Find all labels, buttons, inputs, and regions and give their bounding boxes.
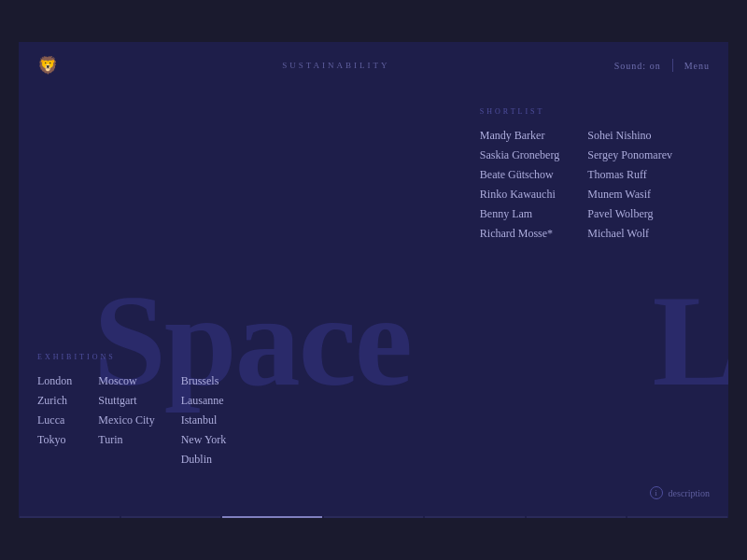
shortlist-item[interactable]: Mandy Barker — [480, 129, 559, 143]
exhibitions-col-1: London Zurich Lucca Tokyo — [37, 374, 72, 467]
progress-bar-1[interactable] — [20, 516, 120, 518]
menu-button[interactable]: Menu — [684, 61, 710, 71]
exhibitions-col-2: Moscow Stuttgart Mexico City Turin — [98, 374, 154, 467]
exhibitions-col-3: Brussels Lausanne Istanbul New York Dubl… — [181, 374, 227, 467]
shortlist-section: SHORTLIST Mandy Barker Saskia Groneberg … — [480, 107, 672, 241]
shortlist-item[interactable]: Munem Wasif — [587, 188, 672, 202]
shortlist-item[interactable]: Sergey Ponomarev — [587, 148, 672, 162]
exhibition-city[interactable]: Lucca — [37, 413, 72, 427]
big-text-right: L — [653, 275, 728, 406]
shortlist-item[interactable]: Benny Lam — [480, 207, 559, 221]
progress-bars — [19, 515, 728, 518]
shortlist-col-1: Mandy Barker Saskia Groneberg Beate Güts… — [480, 129, 559, 241]
description-button[interactable]: i description — [650, 486, 710, 499]
shortlist-item[interactable]: Beate Gütschow — [480, 168, 559, 182]
nav-right: Sound: on Menu — [614, 59, 710, 72]
exhibition-city[interactable]: London — [37, 374, 72, 388]
exhibition-city[interactable]: Stuttgart — [98, 394, 154, 408]
exhibition-city[interactable]: Brussels — [181, 374, 227, 388]
exhibitions-section: EXHIBITIONS London Zurich Lucca Tokyo Mo… — [37, 353, 226, 467]
shortlist-item[interactable]: Rinko Kawauchi — [480, 188, 559, 202]
main-container: 🦁 SUSTAINABILITY Sound: on Menu Space L … — [19, 42, 728, 518]
exhibitions-columns: London Zurich Lucca Tokyo Moscow Stuttga… — [37, 374, 226, 467]
exhibition-city[interactable]: Mexico City — [98, 413, 154, 427]
description-label: description — [669, 488, 710, 498]
shortlist-columns: Mandy Barker Saskia Groneberg Beate Güts… — [480, 129, 672, 241]
nav-divider — [672, 59, 673, 72]
shortlist-item[interactable]: Pavel Wolberg — [587, 207, 672, 221]
exhibition-city[interactable]: New York — [181, 433, 227, 447]
logo[interactable]: 🦁 — [37, 55, 58, 76]
exhibition-city[interactable]: Moscow — [98, 374, 154, 388]
exhibitions-label: EXHIBITIONS — [37, 353, 226, 361]
shortlist-item[interactable]: Saskia Groneberg — [480, 148, 559, 162]
progress-bar-3[interactable] — [222, 516, 322, 518]
progress-bar-4[interactable] — [324, 516, 424, 518]
exhibition-city[interactable]: Istanbul — [181, 413, 227, 427]
exhibition-city[interactable]: Zurich — [37, 394, 72, 408]
info-icon: i — [650, 486, 663, 499]
shortlist-item[interactable]: Sohei Nishino — [587, 129, 672, 143]
exhibition-city[interactable]: Lausanne — [181, 394, 227, 408]
progress-bar-2[interactable] — [121, 516, 221, 518]
shortlist-col-2: Sohei Nishino Sergey Ponomarev Thomas Ru… — [587, 129, 672, 241]
exhibition-city[interactable]: Tokyo — [37, 433, 72, 447]
exhibition-city[interactable]: Dublin — [181, 453, 227, 467]
shortlist-label: SHORTLIST — [480, 107, 672, 116]
shortlist-item[interactable]: Michael Wolf — [587, 227, 672, 241]
sound-label[interactable]: Sound: on — [614, 61, 661, 71]
shortlist-item[interactable]: Richard Mosse* — [480, 227, 559, 241]
nav-sustainability[interactable]: SUSTAINABILITY — [282, 61, 389, 70]
exhibition-city[interactable]: Turin — [98, 433, 154, 447]
shortlist-item[interactable]: Thomas Ruff — [587, 168, 672, 182]
progress-bar-7[interactable] — [627, 516, 727, 518]
progress-bar-6[interactable] — [527, 516, 627, 518]
progress-bar-5[interactable] — [425, 516, 525, 518]
header: 🦁 SUSTAINABILITY Sound: on Menu — [19, 42, 728, 89]
